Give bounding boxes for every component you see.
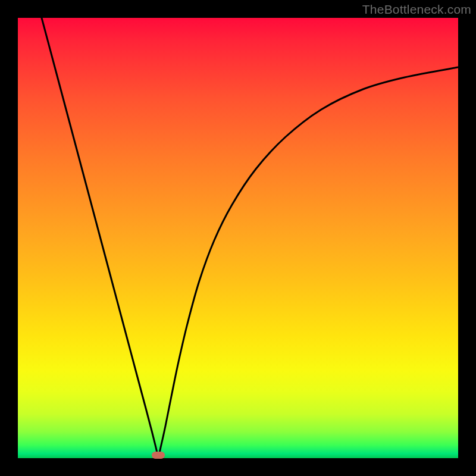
minimum-marker — [152, 452, 165, 459]
chart-frame: TheBottleneck.com — [0, 0, 476, 476]
watermark-text: TheBottleneck.com — [362, 2, 471, 17]
bottleneck-curve — [18, 18, 458, 458]
plot-area — [18, 18, 458, 458]
